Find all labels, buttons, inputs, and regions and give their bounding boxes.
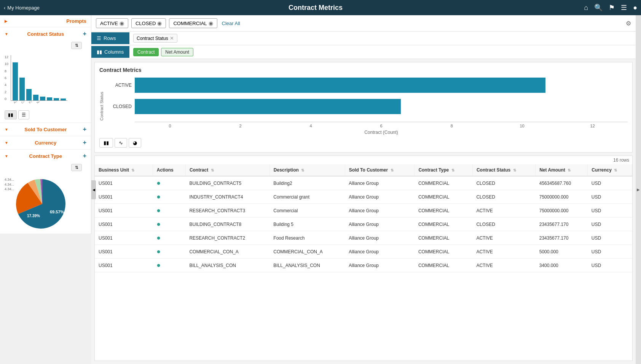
currency-add-btn[interactable]: + [83, 139, 86, 146]
bar-negotiating-fill [33, 95, 38, 100]
bar-letter[interactable] [54, 98, 59, 100]
sidebar-collapse-btn[interactable]: ◀ [91, 180, 96, 199]
bar-closed-fill [19, 78, 25, 100]
th-contract[interactable]: Contract ⇅ [185, 164, 269, 176]
search-icon[interactable]: 🔍 [594, 3, 603, 12]
columns-tag-contract[interactable]: Contract [133, 48, 159, 56]
contract-status-header[interactable]: ▼ Contract Status + [0, 27, 91, 40]
cell-actions-5[interactable]: ● [153, 245, 185, 259]
th-sold-to-customer[interactable]: Sold To Customer ⇅ [345, 164, 415, 176]
cell-type-5: COMMERCIAL [415, 245, 473, 259]
h-bar-active-track [135, 78, 628, 93]
cell-status-6: ACTIVE [472, 259, 535, 272]
cell-type-3: COMMERCIAL [415, 218, 473, 231]
th-currency[interactable]: Currency ⇅ [588, 164, 632, 176]
action-icon-5[interactable]: ● [156, 248, 161, 255]
cell-actions-4[interactable]: ● [153, 231, 185, 245]
contract-type-header[interactable]: ▼ Contract Type + [0, 149, 91, 162]
pie-chart-type-btn[interactable]: ◕ [129, 138, 141, 148]
filter-active-remove[interactable]: ◉ [120, 20, 124, 26]
cell-currency-4: USD [588, 231, 632, 245]
contract-type-add-btn[interactable]: + [83, 153, 86, 159]
th-business-unit[interactable]: Business Unit ⇅ [95, 164, 153, 176]
action-icon-3[interactable]: ● [156, 220, 161, 228]
bar-chart-container [11, 55, 67, 101]
cell-customer-5: Alliance Group [345, 245, 415, 259]
contract-status-sort-btn[interactable]: ⇅ [71, 42, 82, 49]
th-description[interactable]: Description ⇅ [269, 164, 345, 176]
cell-desc-1: Commercial grant [269, 190, 345, 204]
sold-to-customer-add-btn[interactable]: + [83, 126, 86, 133]
sold-to-customer-header[interactable]: ▼ Sold To Customer + [0, 123, 91, 136]
action-icon-4[interactable]: ● [156, 234, 161, 242]
h-bar-closed-fill [135, 99, 401, 114]
th-contract-status[interactable]: Contract Status ⇅ [472, 164, 535, 176]
prompts-header[interactable]: ▶ Prompts [0, 15, 91, 27]
filter-settings-icon[interactable]: ⚙ [626, 20, 631, 27]
chart-view-buttons: ▮▮ ☰ [0, 107, 91, 122]
bar-negotiating[interactable] [33, 95, 38, 100]
filter-bar: ACTIVE ◉ CLOSED ◉ COMMERCIAL ◉ Clear All… [91, 15, 636, 32]
table-header-row: Business Unit ⇅ Actions Contract ⇅ Descr… [95, 164, 632, 176]
cell-type-0: COMMERCIAL [415, 176, 473, 190]
cell-actions-2[interactable]: ● [153, 204, 185, 218]
sidebar-section-prompts: ▶ Prompts [0, 15, 91, 27]
cell-bu-1: US001 [95, 190, 153, 204]
currency-title: Currency [35, 140, 56, 146]
flag-icon[interactable]: ⚑ [609, 3, 615, 12]
right-collapse-btn[interactable]: ▶ [636, 15, 641, 364]
user-icon[interactable]: ● [633, 4, 637, 12]
action-icon-2[interactable]: ● [156, 207, 161, 214]
h-bar-active-fill [135, 78, 545, 93]
pie-label-large: 69.57% [50, 210, 64, 214]
filter-closed-remove[interactable]: ◉ [157, 20, 162, 26]
bar-pending-fill [26, 89, 32, 100]
action-icon-1[interactable]: ● [156, 193, 161, 200]
bar-cancelled-fill [40, 97, 45, 100]
cell-actions-1[interactable]: ● [153, 190, 185, 204]
rows-tag-contract-status[interactable]: Contract Status ✕ [133, 34, 177, 43]
rows-tag-remove[interactable]: ✕ [170, 35, 174, 41]
main-layout: ▶ Prompts ▼ Contract Status + ⇅ 12 [0, 15, 641, 364]
chart-bottom-icons: ▮▮ ∿ ◕ [99, 138, 628, 148]
clear-all-button[interactable]: Clear All [222, 21, 240, 26]
bar-foundation[interactable] [47, 97, 52, 100]
th-contract-type[interactable]: Contract Type ⇅ [415, 164, 473, 176]
cell-actions-3[interactable]: ● [153, 218, 185, 231]
contract-status-add-btn[interactable]: + [83, 30, 86, 37]
th-net-amount[interactable]: Net Amount ⇅ [536, 164, 588, 176]
cell-customer-4: Alliance Group [345, 231, 415, 245]
line-chart-type-btn[interactable]: ∿ [115, 138, 127, 148]
list-chart-btn[interactable]: ☰ [18, 110, 29, 119]
filter-commercial[interactable]: COMMERCIAL ◉ [169, 18, 217, 28]
bar-active[interactable] [13, 62, 18, 100]
filter-active[interactable]: ACTIVE ◉ [96, 18, 128, 28]
table-body: US001 ● BUILDING_CONTRACT5 Building2 All… [95, 176, 632, 272]
cell-actions-6[interactable]: ● [153, 259, 185, 272]
filter-commercial-remove[interactable]: ◉ [209, 20, 213, 26]
bar-warrant[interactable] [61, 99, 66, 100]
cell-actions-0[interactable]: ● [153, 176, 185, 190]
cell-status-4: ACTIVE [472, 231, 535, 245]
action-icon-6[interactable]: ● [156, 261, 161, 269]
bar-cancelled[interactable] [40, 97, 45, 100]
config-area: ☰ Rows Contract Status ✕ ▮▮ Columns Cont… [91, 32, 636, 59]
action-icon-0[interactable]: ● [156, 179, 161, 187]
contract-type-sort-btn[interactable]: ⇅ [71, 164, 82, 171]
home-icon[interactable]: ⌂ [584, 4, 588, 12]
cell-bu-2: US001 [95, 204, 153, 218]
menu-icon[interactable]: ☰ [621, 3, 627, 12]
currency-header[interactable]: ▼ Currency + [0, 136, 91, 149]
bar-closed[interactable] [19, 78, 25, 100]
bar-pending[interactable] [26, 89, 32, 100]
bar-chart-type-btn[interactable]: ▮▮ [99, 138, 113, 148]
back-button[interactable]: ‹ My Homepage [4, 5, 40, 11]
cell-contract-2: RESEARCH_CONTRACT3 [185, 204, 269, 218]
cell-amount-0: 456345687.760 [536, 176, 588, 190]
bar-chart-btn[interactable]: ▮▮ [5, 110, 17, 119]
sidebar-section-sold-to-customer: ▼ Sold To Customer + [0, 123, 91, 136]
columns-tag-net-amount[interactable]: Net Amount [161, 48, 193, 56]
cell-customer-6: Alliance Group [345, 259, 415, 272]
filter-closed[interactable]: CLOSED ◉ [131, 18, 166, 28]
pie-chart-wrapper: 4.34... 4.34... 4.34... [5, 177, 86, 230]
